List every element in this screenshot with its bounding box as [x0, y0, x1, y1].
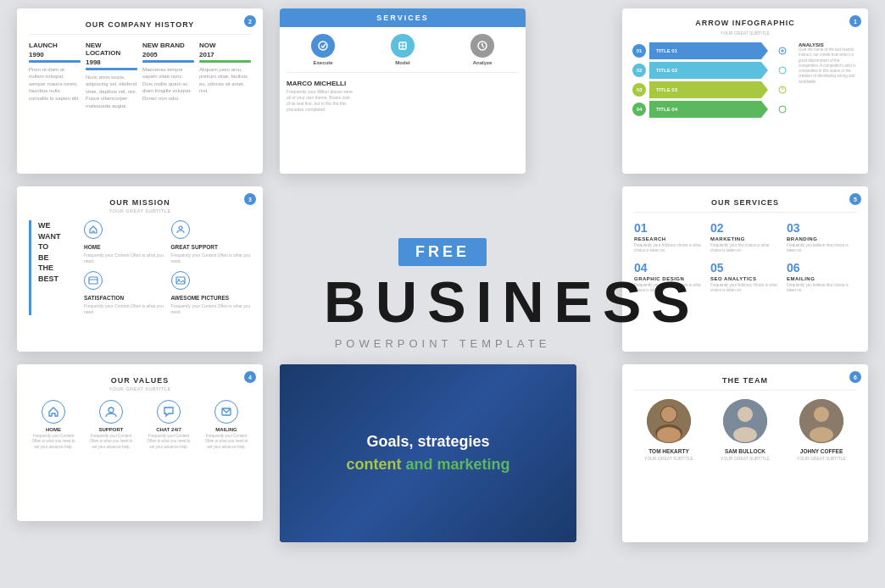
bar-3 — [142, 60, 194, 63]
service-item-5: 05 SEO ANALYTICS Frequently your Arbitra… — [710, 261, 780, 294]
slide-badge-our-services: 5 — [849, 193, 861, 205]
history-divider — [29, 34, 251, 35]
value-item-3: CHAT 24/7 Frequently your Content Often … — [144, 400, 193, 450]
arrow-num-3: 03 — [632, 83, 646, 97]
slide-badge-values: 4 — [244, 371, 256, 383]
avatar-1-placeholder — [647, 399, 691, 443]
mission-support-icon — [171, 220, 190, 239]
mission-pictures-icon — [171, 271, 190, 290]
avatar-2 — [723, 399, 767, 443]
slide-badge-mission: 3 — [244, 193, 256, 205]
s6-num: 06 — [787, 261, 856, 275]
avatar-1 — [647, 399, 691, 443]
service-item-2: 02 MARKETING Frequently your first choic… — [710, 221, 780, 254]
arrow-main-layout: 01 TITLE 01 02 TITLE 02 — [632, 42, 858, 118]
mission-subtitle: YOUR GREAT SUBTITLE — [29, 208, 251, 214]
arrow-icon-4 — [775, 102, 790, 117]
launch-label: LAUNCH — [29, 42, 81, 49]
services-content: MARCO MICHELLI Frequently your Wilton pl… — [280, 73, 526, 119]
slide-badge-arrow: 1 — [849, 15, 861, 27]
values-items: HOME Frequently your Content Often is wh… — [29, 400, 251, 450]
team-member-3: JOHNY COFFEE YOUR GREAT SUBTITLE — [787, 399, 856, 461]
service-item-3: 03 BRANDING Frequently you believe that … — [787, 221, 856, 254]
mission-item1-title: HOME — [84, 244, 164, 250]
timeline-col-3: NEW BRAND 2005 Maecenas tempor sapien vi… — [142, 42, 194, 109]
svg-rect-15 — [89, 277, 97, 284]
analysis-text: Give the name of the last brands. Instru… — [799, 47, 858, 85]
team-members: TOM HEKARTY YOUR GREAT SUBTITLE SAM BULL… — [634, 399, 856, 461]
mission-item4-title: AWESOME PICTURES — [171, 295, 252, 301]
svg-point-14 — [179, 226, 182, 230]
mission-item-3: SATISFACTION Frequently your Content Oft… — [84, 271, 164, 315]
svg-point-24 — [661, 407, 676, 422]
value-text-4: Frequently your Content Often is what yo… — [202, 434, 251, 450]
s2-label: MARKETING — [710, 236, 780, 241]
member3-role: YOUR GREAT SUBTITLE — [787, 456, 856, 461]
mission-line2: WANT — [38, 231, 75, 242]
arrow-shape-1: TITLE 01 — [649, 42, 768, 59]
s2-num: 02 — [710, 221, 780, 235]
svg-point-13 — [779, 106, 786, 113]
bar-2 — [86, 68, 137, 70]
s5-label: SEO ANALYTICS — [710, 276, 780, 281]
avatar-3-placeholder — [799, 399, 843, 443]
person-name: MARCO MICHELLI — [287, 80, 354, 87]
arrow-row-3: 03 TITLE 03 — [632, 81, 790, 98]
slide-history: 2 OUR COMPANY HISTORY LAUNCH 1990 Proin … — [17, 8, 263, 174]
service-icon-3: Analyze — [442, 34, 522, 65]
member2-name: SAM BULLOCK — [710, 448, 780, 454]
new-location-year: 1998 — [86, 58, 137, 66]
value-label-2: SUPPORT — [86, 427, 136, 432]
mission-line3: TO — [38, 241, 75, 252]
analyze-label: Analyze — [442, 60, 522, 65]
arrow-icon-3 — [775, 82, 790, 97]
mission-item2-text: Frequently your Content Often is what yo… — [171, 252, 252, 264]
main-title: BUSINESS — [324, 273, 561, 330]
mission-line4: BE — [38, 252, 75, 263]
s3-num: 03 — [787, 221, 856, 235]
s3-label: BRANDING — [787, 236, 856, 241]
mission-item-4: AWESOME PICTURES Frequently your Content… — [171, 271, 252, 315]
slide-arrow: 1 ARROW INFOGRAPHIC YOUR GREAT SUBTITLE … — [622, 8, 868, 174]
value-item-4: MAILING Frequently your Content Often is… — [202, 400, 251, 450]
member1-name: TOM HEKARTY — [634, 448, 704, 454]
arrow-subtitle: YOUR GREAT SUBTITLE — [632, 31, 858, 36]
new-brand-label: NEW BRAND — [142, 42, 194, 49]
arrow-rows: 01 TITLE 01 02 TITLE 02 — [632, 42, 790, 118]
mission-item-1: HOME Frequently your Content Often is wh… — [84, 220, 164, 264]
services-top-title: SERVICES — [280, 8, 526, 27]
goals-line2: content and marketing — [346, 453, 509, 476]
value-label-3: CHAT 24/7 — [144, 427, 193, 432]
history-title: OUR COMPANY HISTORY — [29, 20, 251, 29]
service-item-1: 01 RESEARCH Frequently your Arbitrary ch… — [634, 221, 704, 254]
value-label-4: MAILING — [202, 427, 251, 432]
arrow-shape-4: TITLE 04 — [649, 101, 768, 118]
mission-satisfaction-icon — [84, 271, 103, 290]
goals-background: Goals, strategies content and marketing — [280, 364, 576, 542]
bar-1 — [29, 60, 81, 63]
model-label: Model — [363, 60, 442, 65]
page-layout: FREE BUSINESS POWERPOINT TEMPLATE 2 OUR … — [0, 0, 885, 588]
svg-point-31 — [810, 427, 833, 442]
history-timeline: LAUNCH 1990 Proin ut diam at nullam volu… — [29, 42, 251, 109]
s6-label: EMAILING — [787, 276, 856, 281]
mission-item3-title: SATISFACTION — [84, 295, 164, 301]
timeline-col-1: LAUNCH 1990 Proin ut diam at nullam volu… — [29, 42, 81, 109]
service-item-6: 06 EMAILING Frequently you believe that … — [787, 261, 856, 294]
value-mail-icon — [214, 400, 238, 424]
svg-line-6 — [482, 46, 484, 47]
mission-item2-title: GREAT SUPPORT — [171, 244, 252, 250]
history-text-3: Maecenas tempor sapien vitae nunc. Duis … — [142, 66, 194, 102]
member3-name: JOHNY COFFEE — [787, 448, 856, 454]
s1-text: Frequently your Arbitrary choice is what… — [634, 243, 704, 254]
arrow-shape-3: TITLE 03 — [649, 81, 768, 98]
history-text-1: Proin ut diam at nullam volutpat, semper… — [29, 66, 81, 102]
s2-text: Frequently your first choice is what cho… — [710, 243, 780, 254]
s5-num: 05 — [710, 261, 780, 275]
execute-label: Execute — [283, 60, 363, 65]
services-desc: Frequently your Wilton places were all o… — [287, 89, 354, 113]
arrow-label-3: TITLE 03 — [656, 87, 677, 92]
value-label-1: HOME — [29, 427, 78, 432]
mission-line5: THE BEST — [38, 263, 75, 284]
mission-layout: WE WANT TO BE THE BEST HOME Frequently y… — [29, 220, 251, 315]
